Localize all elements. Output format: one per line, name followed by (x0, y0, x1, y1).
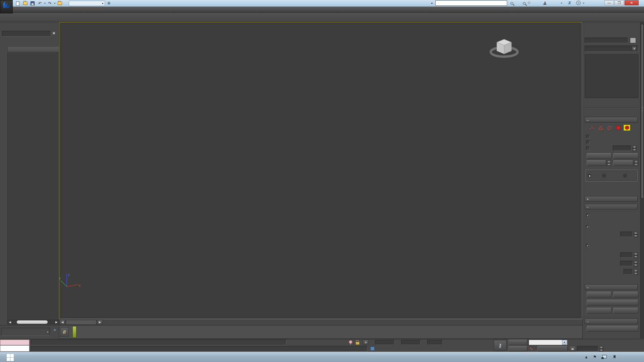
clear-search-icon[interactable]: ✕ (52, 31, 55, 36)
scrollbar-thumb[interactable] (17, 320, 48, 324)
action-center-flag-icon[interactable]: ⚑ (593, 355, 597, 359)
retriangulate-button[interactable] (587, 308, 611, 313)
network-icon[interactable] (602, 355, 607, 358)
isolate-selection-icon[interactable] (349, 340, 352, 344)
communication-center-icon[interactable] (523, 2, 526, 5)
selection-set-dropdown[interactable]: ▾ (529, 340, 568, 345)
z-coordinate-field[interactable] (427, 340, 443, 345)
loop-button[interactable] (613, 160, 633, 166)
angle-spinner[interactable]: ▲▼ (632, 145, 637, 151)
track-bar[interactable]: ⇵ (59, 325, 582, 339)
viewcube[interactable] (491, 39, 518, 57)
scroll-right-icon[interactable]: ▶ (54, 320, 59, 324)
key-mode-toggle-icon[interactable]: ◂▸ (569, 346, 576, 351)
edge-length-field[interactable] (620, 252, 633, 258)
search-input[interactable] (435, 0, 507, 6)
minimize-button[interactable]: — (604, 0, 614, 5)
modifier-list-dropdown[interactable]: ▾ (585, 46, 638, 52)
displacement-method-spinner[interactable]: ▲▼ (634, 232, 638, 237)
by-angle-checkbox[interactable] (586, 146, 590, 150)
element-subobject-icon[interactable] (624, 125, 630, 131)
workspace-dropdown[interactable]: ▾ (69, 1, 105, 6)
preview-multi-radio[interactable] (623, 174, 627, 177)
subdivision-level-field[interactable] (624, 269, 633, 275)
absolute-mode-icon[interactable]: ✛ (363, 340, 369, 345)
rollout-soft-selection[interactable]: + (585, 196, 638, 202)
viewport-canvas[interactable]: z x y (59, 22, 582, 319)
ring-spinner[interactable]: ▲▼ (607, 160, 611, 166)
viewport[interactable]: z x y (59, 22, 582, 319)
selection-lock-icon[interactable] (356, 340, 359, 344)
application-menu-button[interactable] (0, 0, 13, 13)
macro-recorder-line[interactable] (0, 340, 30, 345)
explorer-search-input[interactable] (2, 31, 51, 37)
workspace-menu-icon[interactable]: ≣ (107, 1, 110, 5)
time-slider-handle[interactable] (72, 326, 76, 338)
save-file-icon[interactable] (30, 1, 36, 6)
chevron-down-icon[interactable]: ▾ (632, 46, 637, 51)
x-coordinate-field[interactable] (375, 340, 394, 345)
tray-expand-icon[interactable]: ▲ (584, 355, 588, 359)
preview-off-radio[interactable] (588, 174, 591, 177)
polygon-subobject-icon[interactable] (615, 125, 622, 131)
explorer-horizontal-scrollbar[interactable]: ◀ ▶ (7, 320, 59, 324)
object-name-field[interactable] (585, 38, 628, 43)
volume-icon[interactable] (613, 355, 615, 358)
time-tag-icon[interactable] (370, 347, 375, 351)
flip-button[interactable] (613, 292, 638, 297)
rollout-edit-elements[interactable]: – (585, 284, 638, 290)
edit-triangulation-button[interactable] (587, 300, 638, 305)
repeat-last-button[interactable] (587, 326, 638, 331)
ignore-backfacing-checkbox[interactable] (586, 140, 590, 144)
rollout-custom-attributes[interactable]: – (585, 204, 638, 209)
key-filters-button[interactable] (537, 346, 568, 352)
maxscript-listener[interactable] (0, 345, 30, 352)
rollout-edit-geometry[interactable]: – (585, 318, 638, 324)
help-dropdown-icon[interactable]: ▾ (583, 2, 584, 5)
insert-vertex-button[interactable] (587, 292, 611, 297)
next-frame-slider-icon[interactable]: ▶ (97, 320, 103, 325)
toolbar-overflow-icon[interactable]: » (54, 327, 56, 332)
auto-key-button[interactable] (508, 340, 527, 345)
ring-button[interactable] (587, 160, 606, 166)
help-icon[interactable]: ? (576, 1, 581, 5)
workspace-footer-dropdown[interactable]: ▾ (1, 328, 50, 336)
loop-spinner[interactable]: ▲▼ (634, 160, 638, 166)
angle-value-field[interactable] (613, 145, 632, 151)
displacement-method-field[interactable] (620, 232, 633, 237)
turn-button[interactable] (613, 308, 638, 313)
sign-in-dropdown-icon[interactable]: ▾ (561, 2, 562, 5)
search-collapse-icon[interactable]: ▸ (431, 1, 433, 5)
project-folder-icon[interactable] (57, 1, 63, 6)
explorer-column-header[interactable] (7, 46, 59, 52)
preview-subobj-radio[interactable] (602, 174, 606, 177)
y-coordinate-field[interactable] (401, 340, 421, 345)
grow-button[interactable] (613, 153, 638, 159)
close-button[interactable]: ✕ (625, 0, 639, 5)
scroll-left-icon[interactable]: ◀ (8, 320, 12, 324)
default-in-out-tangents-icon[interactable]: ∿ (529, 346, 533, 351)
mr-smoothing-checkbox[interactable] (586, 244, 590, 248)
search-icon[interactable] (511, 2, 513, 5)
time-slider-value[interactable] (66, 320, 97, 325)
exchange-icon[interactable]: X (568, 1, 571, 5)
favorites-star-icon[interactable]: ☆ (527, 0, 531, 5)
object-color-swatch[interactable] (630, 38, 636, 43)
vertex-subobject-icon[interactable] (589, 125, 595, 131)
undo-small-icon[interactable]: ↶ (37, 1, 43, 6)
subdivision-level-spinner[interactable]: ▲▼ (634, 269, 638, 275)
redo-small-icon[interactable]: ↷ (47, 1, 53, 6)
edge-length-spinner[interactable]: ▲▼ (634, 252, 638, 258)
previous-frame-slider-icon[interactable]: ◀ (60, 320, 65, 325)
max-displace-spinner[interactable]: ▲▼ (634, 261, 638, 266)
by-vertex-checkbox[interactable] (586, 135, 590, 138)
set-keys-button[interactable]: ⚷ (494, 340, 506, 351)
set-key-button[interactable] (508, 346, 527, 352)
maximize-button[interactable]: ❐ (614, 0, 624, 5)
mr-displacement-global-checkbox[interactable] (586, 214, 590, 218)
border-subobject-icon[interactable] (606, 125, 613, 131)
open-mini-curve-editor-icon[interactable]: ⇵ (60, 327, 69, 337)
scrollbar-thumb[interactable] (641, 24, 644, 198)
open-file-icon[interactable] (22, 1, 28, 6)
new-scene-icon[interactable] (15, 1, 21, 6)
